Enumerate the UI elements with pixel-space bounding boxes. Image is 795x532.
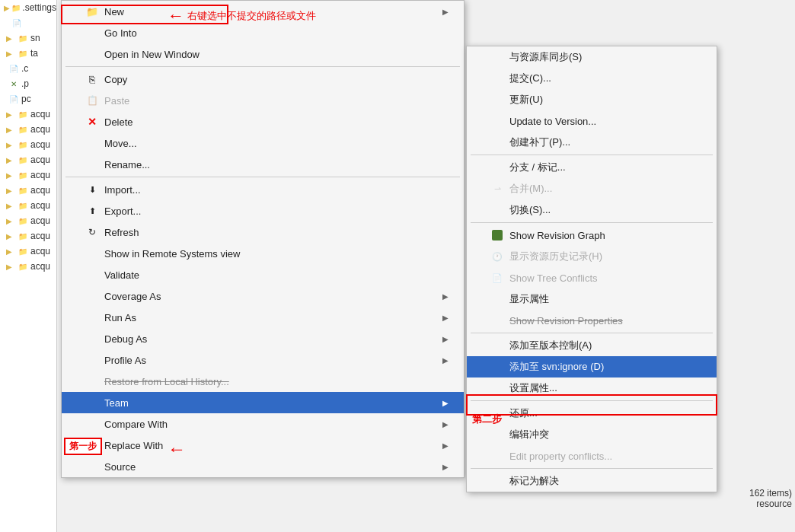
menu-item-team[interactable]: Team ▶: [62, 392, 464, 413]
sidebar-label-acqu1: acqu: [30, 109, 50, 119]
sidebar-item-p[interactable]: ✕ .p: [0, 76, 56, 91]
svn-set-properties[interactable]: 设置属性...: [467, 377, 717, 399]
sidebar-item-sn[interactable]: ▶ 📁 sn: [0, 30, 56, 46]
folder-icon8: 📁: [17, 169, 29, 181]
expand-icon4: ▶: [3, 108, 15, 120]
folder-icon5: 📁: [17, 123, 29, 135]
folder-icon7: 📁: [17, 154, 29, 166]
sidebar-item-acqu5[interactable]: ▶ 📁 acqu: [0, 167, 56, 183]
menu-item-coverage-as[interactable]: Coverage As ▶: [62, 285, 464, 307]
menu-item-rename[interactable]: Rename...: [62, 154, 464, 175]
menu-item-paste[interactable]: 📋 Paste: [62, 90, 464, 111]
menu-item-profile-as[interactable]: Profile As ▶: [62, 349, 464, 371]
sidebar-item-c[interactable]: 📄 .c: [0, 61, 56, 76]
svn-label-mark-resolved: 标记为解决: [509, 474, 701, 488]
svn-edit-prop-conflicts[interactable]: Edit property conflicts...: [467, 445, 717, 467]
expand-icon: ▶: [3, 2, 10, 14]
sidebar-item-acqu11[interactable]: ▶ 📁 acqu: [0, 259, 56, 274]
menu-label-import: Import...: [104, 184, 449, 196]
svn-sync[interactable]: 与资源库同步(S): [467, 46, 717, 68]
sidebar-item-acqu9[interactable]: ▶ 📁 acqu: [0, 228, 56, 244]
expand-icon10: ▶: [3, 199, 15, 212]
sidebar-item-file1[interactable]: 📄: [0, 15, 56, 30]
svn-mark-resolved[interactable]: 标记为解决: [467, 470, 717, 492]
menu-item-replace[interactable]: Replace With ▶: [62, 435, 464, 456]
svn-update-version[interactable]: Update to Version...: [467, 110, 717, 132]
svn-update[interactable]: 更新(U): [467, 89, 717, 110]
menu-item-debug-as[interactable]: Debug As ▶: [62, 328, 464, 349]
menu-label-new: New: [104, 6, 442, 18]
svn-branch[interactable]: 分支 / 标记...: [467, 157, 717, 178]
menu-item-source[interactable]: Source ▶: [62, 456, 464, 477]
menu-item-new[interactable]: 📁 New ▶: [62, 1, 464, 22]
svn-revert[interactable]: 还原...: [467, 403, 717, 424]
sidebar-label-sn: sn: [30, 33, 40, 43]
menu-label-gointo: Go Into: [104, 27, 449, 39]
folder-icon11: 📁: [17, 215, 29, 227]
svn-create-patch[interactable]: 创建补丁(P)...: [467, 132, 717, 153]
sidebar-item-acqu2[interactable]: ▶ 📁 acqu: [0, 122, 56, 137]
svn-commit[interactable]: 提交(C)...: [467, 68, 717, 89]
svn-sep1: [471, 155, 713, 155]
run-icon: [85, 310, 100, 325]
menu-item-delete[interactable]: ✕ Delete: [62, 111, 464, 132]
show-props-icon: [490, 291, 505, 307]
sidebar-item-ta[interactable]: ▶ 📁 ta: [0, 46, 56, 61]
history-icon: 🕐: [490, 249, 505, 264]
sidebar-item-pc[interactable]: 📄 pc: [0, 91, 56, 107]
menu-item-open-new-window[interactable]: Open in New Window: [62, 43, 464, 65]
menu-item-show-remote[interactable]: Show in Remote Systems view: [62, 243, 464, 264]
menu-item-export[interactable]: ⬆ Export...: [62, 200, 464, 221]
file-icon4: 📄: [8, 93, 20, 105]
menu-item-refresh[interactable]: ↻ Refresh: [62, 221, 464, 243]
sidebar-item-acqu1[interactable]: ▶ 📁 acqu: [0, 107, 56, 122]
svn-switch[interactable]: 切换(S)...: [467, 199, 717, 221]
sidebar-label-p: .p: [21, 78, 29, 89]
expand-icon6: ▶: [3, 139, 15, 151]
svn-revision-graph[interactable]: Show Revision Graph: [467, 225, 717, 246]
expand-icon14: ▶: [3, 260, 15, 272]
svn-tree-conflicts[interactable]: 📄 Show Tree Conflicts: [467, 267, 717, 288]
sidebar-item-acqu10[interactable]: ▶ 📁 acqu: [0, 244, 56, 259]
folder-icon4: 📁: [17, 108, 29, 120]
svn-history[interactable]: 🕐 显示资源历史记录(H): [467, 246, 717, 267]
svn-sep4: [471, 400, 713, 401]
menu-item-copy[interactable]: ⎘ Copy: [62, 68, 464, 90]
menu-label-replace: Replace With: [104, 440, 442, 451]
team-icon: [85, 395, 100, 410]
file-icon: 📄: [11, 17, 23, 29]
expand-icon5: ▶: [3, 123, 15, 135]
menu-item-move[interactable]: Move...: [62, 132, 464, 154]
menu-item-validate[interactable]: Validate: [62, 264, 464, 285]
svn-revision-props[interactable]: Show Revision Properties: [467, 310, 717, 331]
svn-show-properties[interactable]: 显示属性: [467, 288, 717, 310]
sidebar-item-acqu7[interactable]: ▶ 📁 acqu: [0, 198, 56, 213]
menu-item-import[interactable]: ⬇ Import...: [62, 179, 464, 200]
folder-icon3: 📁: [17, 47, 29, 59]
menu-label-run-as: Run As: [104, 312, 442, 323]
svn-add-vcs[interactable]: 添加至版本控制(A): [467, 335, 717, 356]
menu-label-team: Team: [104, 397, 442, 409]
svn-label-sync: 与资源库同步(S): [509, 50, 701, 64]
tree-conflicts-icon: 📄: [490, 270, 505, 285]
merge-icon: ⇀: [490, 181, 505, 196]
menu-item-gointo[interactable]: Go Into: [62, 22, 464, 43]
svn-add-ignore[interactable]: 添加至 svn:ignore (D): [467, 356, 717, 377]
paste-icon: 📋: [85, 93, 100, 108]
open-new-window-icon: [85, 46, 100, 62]
sidebar-item-acqu8[interactable]: ▶ 📁 acqu: [0, 213, 56, 228]
menu-item-compare[interactable]: Compare With ▶: [62, 413, 464, 435]
svn-merge[interactable]: ⇀ 合并(M)...: [467, 178, 717, 199]
menu-item-restore[interactable]: Restore from Local History...: [62, 371, 464, 392]
refresh-icon: ↻: [85, 225, 100, 240]
submenu-arrow-debug: ▶: [442, 335, 449, 343]
sidebar-item-acqu6[interactable]: ▶ 📁 acqu: [0, 183, 56, 198]
submenu-arrow-source: ▶: [442, 463, 449, 471]
menu-item-run-as[interactable]: Run As ▶: [62, 307, 464, 328]
sidebar-item-acqu4[interactable]: ▶ 📁 acqu: [0, 152, 56, 167]
sidebar-label-acqu11: acqu: [30, 261, 50, 272]
sidebar-item-acqu3[interactable]: ▶ 📁 acqu: [0, 137, 56, 152]
sidebar-item-settings[interactable]: ▶ 📁 .settings: [0, 0, 56, 15]
svn-edit-conflicts[interactable]: 编辑冲突: [467, 424, 717, 445]
menu-label-restore: Restore from Local History...: [104, 376, 449, 387]
